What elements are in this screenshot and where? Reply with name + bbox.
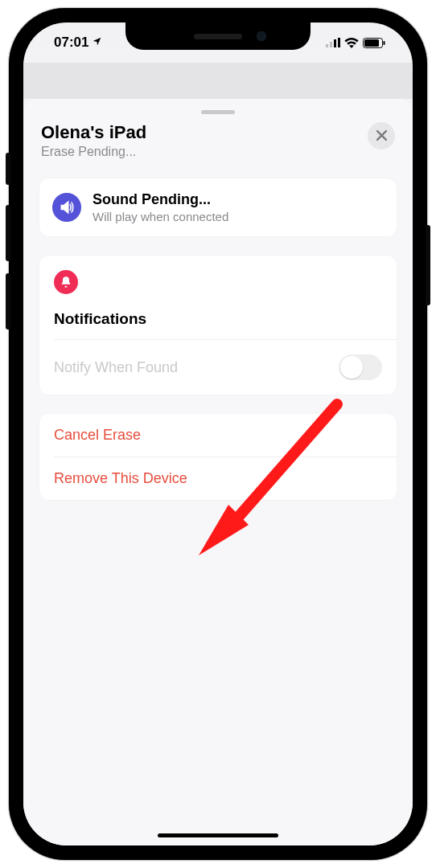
cellular-icon (326, 38, 340, 47)
device-status: Erase Pending... (41, 145, 146, 159)
close-icon (376, 128, 387, 145)
bell-icon (54, 270, 78, 294)
actions-card: Cancel Erase Remove This Device (39, 414, 397, 500)
notify-when-found-label: Notify When Found (54, 359, 178, 376)
location-icon (92, 36, 102, 49)
speaker-icon (52, 193, 81, 222)
sheet-grabber[interactable] (201, 110, 235, 114)
status-time: 07:01 (54, 35, 88, 51)
sound-card: Sound Pending... Will play when connecte… (39, 178, 397, 236)
svg-rect-1 (330, 42, 332, 47)
device-title: Olena's iPad (41, 122, 146, 143)
mute-switch (6, 153, 10, 185)
background-dim (23, 63, 413, 99)
wifi-icon (344, 38, 359, 48)
notifications-card: Notifications Notify When Found (39, 256, 397, 395)
notify-toggle[interactable] (339, 354, 382, 380)
sound-pending-row[interactable]: Sound Pending... Will play when connecte… (39, 178, 397, 236)
speaker (194, 34, 242, 39)
notify-when-found-row: Notify When Found (39, 340, 397, 395)
notch (125, 23, 311, 50)
power-button (426, 225, 430, 305)
iphone-frame: 07:01 (9, 8, 427, 860)
front-camera (257, 31, 266, 41)
svg-rect-0 (326, 44, 328, 47)
svg-marker-8 (199, 505, 249, 555)
close-button[interactable] (368, 122, 395, 149)
battery-icon (363, 38, 385, 48)
sheet-header: Olena's iPad Erase Pending... (36, 122, 400, 170)
notifications-section-title: Notifications (39, 310, 397, 339)
sound-subtitle: Will play when connected (93, 210, 228, 223)
screen: 07:01 (23, 23, 413, 845)
volume-down-button (6, 273, 10, 330)
remove-device-button[interactable]: Remove This Device (39, 457, 397, 500)
svg-rect-5 (364, 39, 379, 47)
device-sheet: Olena's iPad Erase Pending... Sound Pen (23, 99, 413, 845)
sound-title: Sound Pending... (93, 191, 228, 208)
volume-up-button (6, 205, 10, 261)
svg-rect-3 (338, 38, 340, 47)
home-indicator[interactable] (158, 833, 278, 837)
cancel-erase-button[interactable]: Cancel Erase (39, 414, 397, 457)
svg-rect-6 (384, 41, 385, 45)
svg-rect-2 (334, 39, 336, 47)
